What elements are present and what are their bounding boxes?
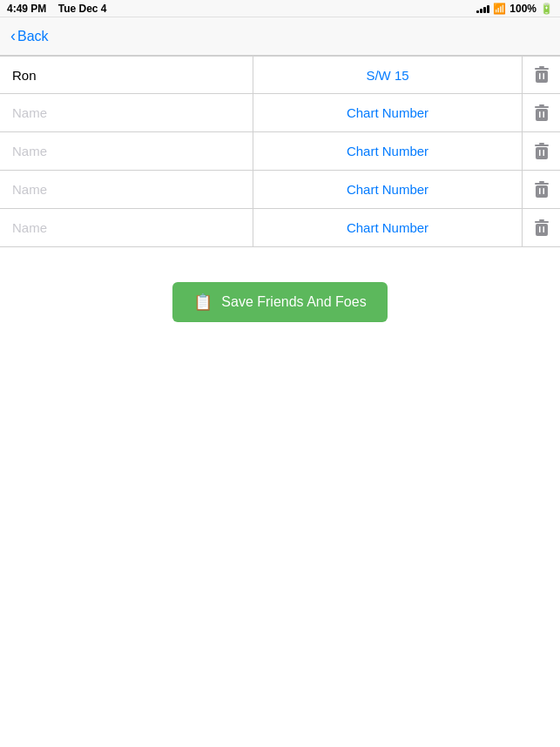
svg-rect-23 — [539, 226, 541, 232]
trash-icon — [533, 65, 550, 84]
trash-icon — [533, 180, 550, 199]
table-row: NameChart Number — [0, 94, 560, 132]
svg-rect-1 — [539, 66, 544, 68]
svg-rect-6 — [539, 104, 544, 106]
chart-number-cell[interactable]: Chart Number — [253, 209, 522, 246]
chart-number-cell[interactable]: Chart Number — [253, 171, 522, 208]
chevron-left-icon: ‹ — [10, 27, 16, 45]
name-cell[interactable]: Name — [0, 171, 253, 208]
back-button[interactable]: ‹ Back — [10, 27, 49, 45]
name-cell[interactable]: Name — [0, 94, 253, 131]
name-cell[interactable]: Name — [0, 132, 253, 170]
svg-rect-4 — [543, 73, 544, 79]
table-row: RonS/W 15 — [0, 56, 560, 94]
svg-rect-18 — [539, 188, 541, 194]
svg-rect-19 — [543, 188, 544, 194]
svg-rect-20 — [535, 221, 549, 223]
delete-button[interactable] — [522, 57, 560, 93]
status-time-date: 4:49 PM Tue Dec 4 — [7, 3, 107, 15]
status-right: 📶 100% 🔋 — [476, 3, 553, 15]
table-row: NameChart Number — [0, 209, 560, 247]
battery-icon: 🔋 — [540, 3, 553, 15]
svg-rect-17 — [536, 185, 548, 198]
trash-icon — [533, 219, 550, 238]
save-edit-icon: 📋 — [193, 293, 213, 312]
status-bar: 4:49 PM Tue Dec 4 📶 100% 🔋 — [0, 0, 560, 17]
svg-rect-2 — [536, 71, 548, 83]
chart-number-cell[interactable]: S/W 15 — [253, 57, 522, 93]
svg-rect-12 — [536, 147, 548, 159]
delete-button[interactable] — [522, 209, 560, 246]
trash-icon — [533, 142, 550, 161]
save-button-label: Save Friends And Foes — [221, 294, 366, 310]
status-date: Tue Dec 4 — [58, 3, 107, 15]
trash-icon — [533, 104, 550, 123]
chart-number-cell[interactable]: Chart Number — [253, 132, 522, 170]
svg-rect-7 — [536, 109, 548, 121]
svg-rect-0 — [535, 68, 549, 70]
table-row: NameChart Number — [0, 171, 560, 209]
signal-icon — [476, 4, 489, 13]
save-friends-foes-button[interactable]: 📋 Save Friends And Foes — [172, 282, 387, 322]
svg-rect-10 — [535, 145, 549, 146]
svg-rect-11 — [539, 143, 544, 145]
svg-rect-3 — [539, 73, 541, 79]
delete-button[interactable] — [522, 132, 560, 170]
battery-label: 100% — [509, 3, 536, 15]
delete-button[interactable] — [522, 171, 560, 208]
svg-rect-24 — [543, 226, 544, 232]
delete-button[interactable] — [522, 94, 560, 131]
svg-rect-15 — [535, 183, 549, 185]
status-time: 4:49 PM — [7, 3, 46, 15]
name-cell[interactable]: Name — [0, 209, 253, 246]
table-row: NameChart Number — [0, 132, 560, 171]
back-label: Back — [17, 29, 49, 44]
chart-number-cell[interactable]: Chart Number — [253, 94, 522, 131]
svg-rect-22 — [536, 224, 548, 236]
name-cell[interactable]: Ron — [0, 57, 253, 93]
svg-rect-9 — [543, 111, 544, 118]
svg-rect-16 — [539, 181, 544, 183]
svg-rect-13 — [539, 150, 541, 156]
svg-rect-5 — [535, 106, 549, 108]
wifi-icon: 📶 — [493, 3, 506, 15]
save-button-container: 📋 Save Friends And Foes — [0, 282, 560, 322]
table: RonS/W 15 NameChart Number — [0, 56, 560, 247]
svg-rect-14 — [543, 150, 544, 156]
nav-bar: ‹ Back — [0, 17, 560, 56]
svg-rect-21 — [539, 219, 544, 221]
svg-rect-8 — [539, 111, 541, 118]
